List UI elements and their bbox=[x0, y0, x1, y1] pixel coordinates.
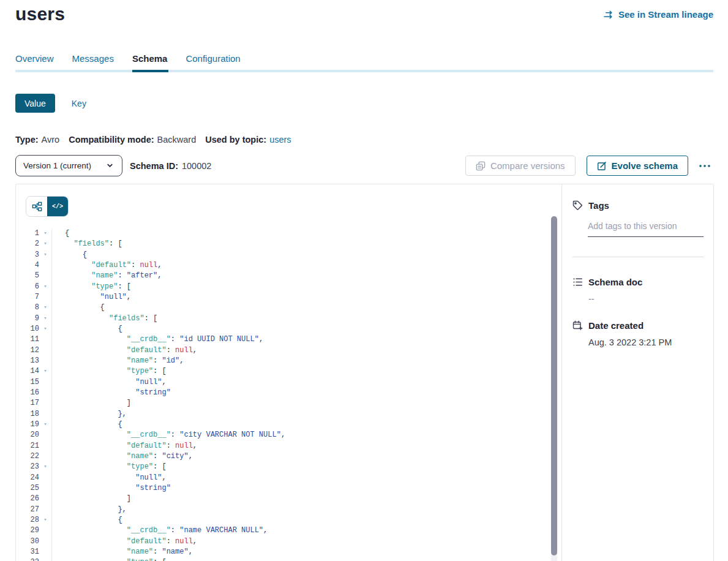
code-line: 8▾ { bbox=[16, 303, 549, 313]
fold-arrow-icon[interactable]: ▾ bbox=[39, 239, 51, 249]
code-view-button[interactable]: </> bbox=[47, 197, 68, 216]
fold-arrow-icon[interactable]: ▾ bbox=[39, 515, 51, 525]
used-by-topic-label: Used by topic: bbox=[205, 135, 266, 145]
sidebar-divider bbox=[572, 257, 704, 257]
line-number: 10 bbox=[16, 324, 39, 334]
fold-spacer bbox=[39, 345, 51, 356]
code-text: "__crdb__": "name VARCHAR NULL", bbox=[51, 525, 549, 536]
stream-lineage-label: See in Stream lineage bbox=[618, 9, 713, 20]
fold-arrow-icon[interactable]: ▾ bbox=[39, 557, 51, 561]
fold-arrow-icon[interactable]: ▾ bbox=[39, 303, 51, 313]
tags-title: Tags bbox=[588, 200, 609, 211]
code-line: 24 "null", bbox=[16, 473, 549, 483]
fold-spacer bbox=[39, 398, 51, 409]
more-options-button[interactable] bbox=[696, 157, 713, 175]
fold-spacer bbox=[39, 430, 51, 440]
fold-spacer bbox=[39, 483, 51, 494]
code-line: 9▾ "fields": [ bbox=[16, 314, 549, 324]
fold-arrow-icon[interactable]: ▾ bbox=[39, 228, 51, 239]
fold-arrow-icon[interactable]: ▾ bbox=[39, 462, 51, 472]
scrollbar-thumb[interactable] bbox=[551, 216, 557, 555]
code-text: "fields": [ bbox=[51, 239, 549, 249]
tag-icon bbox=[572, 200, 583, 211]
type-value: Avro bbox=[42, 135, 60, 145]
tags-input[interactable] bbox=[588, 219, 704, 237]
fold-spacer bbox=[39, 334, 51, 345]
code-text: ] bbox=[51, 494, 549, 504]
line-number: 22 bbox=[16, 451, 39, 462]
fold-arrow-icon[interactable]: ▾ bbox=[39, 314, 51, 324]
line-number: 9 bbox=[16, 314, 39, 324]
code-text: "null", bbox=[51, 377, 549, 388]
code-text: { bbox=[51, 228, 549, 239]
code-line: 21 "default": null, bbox=[16, 441, 549, 451]
fold-arrow-icon[interactable]: ▾ bbox=[39, 420, 51, 430]
line-number: 13 bbox=[16, 356, 39, 366]
line-number: 2 bbox=[16, 239, 39, 249]
line-number: 24 bbox=[16, 473, 39, 483]
code-editor[interactable]: 1▾{2▾ "fields": [3▾ {4 "default": null,5… bbox=[16, 228, 549, 561]
code-text: }, bbox=[51, 505, 549, 515]
code-text: { bbox=[51, 303, 549, 313]
compare-versions-label: Compare versions bbox=[490, 160, 565, 171]
compare-versions-button[interactable]: Compare versions bbox=[465, 156, 576, 176]
date-created-icon bbox=[572, 320, 583, 331]
compatibility-label: Compatibility mode: bbox=[69, 135, 154, 145]
version-toolbar: Version 1 (current) Schema ID: 100002 Co… bbox=[15, 155, 713, 176]
code-line: 14▾ "type": [ bbox=[16, 366, 549, 377]
tab-bar: Overview Messages Schema Configuration bbox=[15, 53, 713, 72]
fold-spacer bbox=[39, 356, 51, 366]
value-key-toggle: Value Key bbox=[15, 94, 86, 113]
code-line: 15 "null", bbox=[16, 377, 549, 388]
schema-doc-icon bbox=[572, 277, 583, 287]
tab-schema[interactable]: Schema bbox=[132, 53, 168, 72]
line-number: 23 bbox=[16, 462, 39, 472]
code-line: 27 }, bbox=[16, 505, 549, 515]
code-line: 18 }, bbox=[16, 409, 549, 420]
schema-id-value: 100002 bbox=[182, 161, 211, 171]
tab-configuration[interactable]: Configuration bbox=[186, 53, 240, 72]
evolve-schema-icon bbox=[597, 161, 607, 171]
fold-arrow-icon[interactable]: ▾ bbox=[39, 282, 51, 292]
evolve-schema-button[interactable]: Evolve schema bbox=[587, 156, 688, 176]
chevron-down-icon bbox=[105, 161, 114, 170]
topic-link[interactable]: users bbox=[269, 135, 291, 145]
line-number: 19 bbox=[16, 420, 39, 430]
fold-spacer bbox=[39, 377, 51, 388]
line-number: 30 bbox=[16, 537, 39, 547]
tab-overview[interactable]: Overview bbox=[15, 53, 54, 72]
fold-spacer bbox=[39, 292, 51, 303]
fold-arrow-icon[interactable]: ▾ bbox=[39, 366, 51, 377]
key-toggle-button[interactable]: Key bbox=[72, 99, 86, 108]
stream-lineage-link[interactable]: See in Stream lineage bbox=[604, 9, 713, 20]
tree-view-button[interactable] bbox=[26, 197, 47, 216]
line-number: 32 bbox=[16, 557, 39, 561]
stream-lineage-icon bbox=[604, 10, 614, 19]
code-line: 3▾ { bbox=[16, 250, 549, 260]
code-text: }, bbox=[51, 409, 549, 420]
version-select-value: Version 1 (current) bbox=[23, 161, 91, 170]
line-number: 15 bbox=[16, 377, 39, 388]
schema-doc-value: -- bbox=[588, 294, 704, 304]
value-toggle-button[interactable]: Value bbox=[15, 94, 55, 113]
date-created-title: Date created bbox=[588, 320, 644, 331]
code-text: "type": [ bbox=[51, 366, 549, 377]
line-number: 8 bbox=[16, 303, 39, 313]
schema-panel: </> 1▾{2▾ "fields": [3▾ {4 "default": nu… bbox=[15, 184, 714, 561]
fold-arrow-icon[interactable]: ▾ bbox=[39, 324, 51, 334]
code-text: "default": null, bbox=[51, 441, 549, 451]
schema-sidebar: Tags Schema doc -- bbox=[561, 184, 713, 561]
fold-spacer bbox=[39, 525, 51, 536]
fold-spacer bbox=[39, 547, 51, 557]
code-text: "name": "name", bbox=[51, 547, 549, 557]
fold-arrow-icon[interactable]: ▾ bbox=[39, 250, 51, 260]
code-text: "type": [ bbox=[51, 462, 549, 472]
fold-spacer bbox=[39, 473, 51, 483]
tab-messages[interactable]: Messages bbox=[72, 53, 114, 72]
version-select[interactable]: Version 1 (current) bbox=[15, 155, 122, 176]
code-line: 25 "string" bbox=[16, 483, 549, 494]
code-text: "type": [ bbox=[51, 282, 549, 292]
schema-page: users See in Stream lineage Overview Mes… bbox=[0, 0, 728, 561]
scrollbar[interactable] bbox=[551, 216, 557, 561]
code-text: "default": null, bbox=[51, 537, 549, 547]
